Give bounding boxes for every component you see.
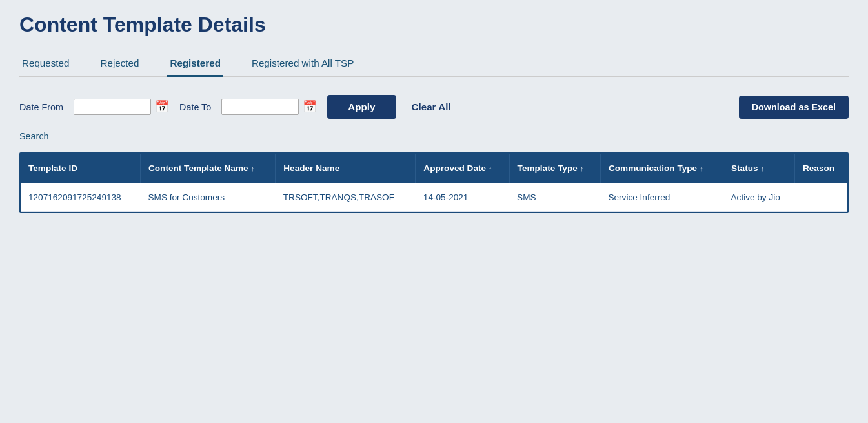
cell-content-template-name: SMS for Customers bbox=[140, 183, 275, 212]
clear-all-button[interactable]: Clear All bbox=[407, 95, 456, 119]
col-template-id: Template ID bbox=[21, 154, 140, 183]
calendar-to-icon[interactable]: 📅 bbox=[303, 100, 317, 114]
tabs-row: Requested Rejected Registered Registered… bbox=[19, 52, 849, 77]
cell-header-name: TRSOFT,TRANQS,TRASOF bbox=[276, 183, 416, 212]
filter-row: Date From 📅 Date To 📅 Apply Clear All Do… bbox=[19, 95, 849, 119]
col-approved-date: Approved Date ↑ bbox=[416, 154, 509, 183]
page-title: Content Template Details bbox=[19, 13, 849, 37]
tab-rejected[interactable]: Rejected bbox=[97, 52, 141, 76]
col-content-template-name: Content Template Name ↑ bbox=[140, 154, 275, 183]
cell-approved-date: 14-05-2021 bbox=[416, 183, 509, 212]
cell-template-type: SMS bbox=[509, 183, 600, 212]
date-to-label: Date To bbox=[179, 102, 211, 112]
sort-content-template-name-icon[interactable]: ↑ bbox=[251, 164, 255, 174]
sort-template-type-icon[interactable]: ↑ bbox=[580, 164, 584, 174]
tab-registered-all-tsp[interactable]: Registered with All TSP bbox=[249, 52, 356, 76]
sort-status-icon[interactable]: ↑ bbox=[761, 164, 765, 174]
date-from-wrap: 📅 bbox=[74, 99, 169, 115]
table-row: 1207162091725249138SMS for CustomersTRSO… bbox=[21, 183, 847, 212]
col-header-name: Header Name bbox=[276, 154, 416, 183]
table-header-row: Template ID Content Template Name ↑ Head… bbox=[21, 154, 847, 183]
search-label: Search bbox=[19, 131, 49, 141]
download-excel-button[interactable]: Download as Excel bbox=[739, 96, 849, 119]
date-to-input[interactable] bbox=[221, 99, 299, 115]
sort-approved-date-icon[interactable]: ↑ bbox=[489, 164, 492, 174]
table-wrapper: Template ID Content Template Name ↑ Head… bbox=[19, 152, 849, 213]
col-reason: Reason bbox=[794, 154, 847, 183]
sort-communication-type-icon[interactable]: ↑ bbox=[700, 164, 703, 174]
tab-registered[interactable]: Registered bbox=[167, 52, 223, 77]
tab-requested[interactable]: Requested bbox=[19, 52, 72, 76]
calendar-from-icon[interactable]: 📅 bbox=[155, 100, 169, 114]
date-to-wrap: 📅 bbox=[221, 99, 317, 115]
apply-button[interactable]: Apply bbox=[327, 95, 396, 119]
content-template-table: Template ID Content Template Name ↑ Head… bbox=[21, 154, 847, 212]
date-from-input[interactable] bbox=[74, 99, 151, 115]
cell-reason bbox=[794, 183, 847, 212]
col-communication-type: Communication Type ↑ bbox=[600, 154, 723, 183]
cell-template-id: 1207162091725249138 bbox=[21, 183, 140, 212]
col-template-type: Template Type ↑ bbox=[509, 154, 600, 183]
cell-status: Active by Jio bbox=[723, 183, 795, 212]
cell-communication-type: Service Inferred bbox=[600, 183, 723, 212]
table-body: 1207162091725249138SMS for CustomersTRSO… bbox=[21, 183, 847, 212]
date-from-label: Date From bbox=[19, 102, 63, 112]
col-status: Status ↑ bbox=[723, 154, 795, 183]
search-row: Search bbox=[19, 130, 849, 142]
